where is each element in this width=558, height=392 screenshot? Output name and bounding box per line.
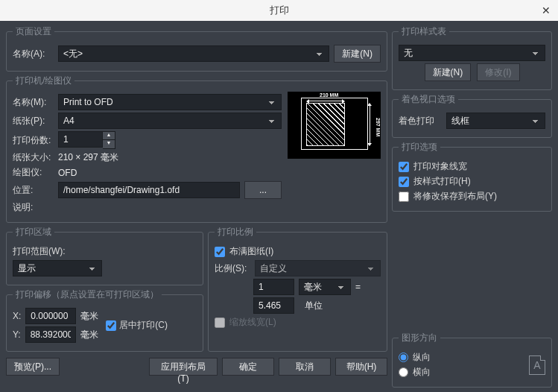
viewport-label: 着色打印 (399, 115, 434, 127)
opt-save-label: 将修改保存到布局(Y) (413, 190, 497, 203)
close-icon[interactable]: ✕ (542, 4, 551, 16)
viewport-legend: 着色视口选项 (399, 93, 458, 106)
landscape-radio[interactable] (399, 367, 408, 377)
options-legend: 打印选项 (399, 141, 440, 154)
portrait-label: 纵向 (413, 351, 431, 364)
orient-group: 图形方向 纵向 横向 A (392, 332, 552, 388)
print-area-group: 打印区域 打印范围(W): 显示 (6, 226, 203, 285)
fit-checkbox[interactable] (215, 247, 225, 257)
opt-lw-checkbox[interactable] (399, 162, 409, 172)
offset-group: 打印偏移（原点设置在可打印区域） X:毫米 Y:毫米 居中打印(C) (6, 288, 203, 352)
x-label: X: (13, 311, 21, 321)
ratio-label: 比例(S): (215, 262, 250, 275)
print-area-legend: 打印区域 (13, 226, 54, 238)
fit-label: 布满图纸(I) (229, 245, 273, 258)
viewport-select[interactable]: 线框 (446, 113, 545, 129)
printer-name-label: 名称(M): (13, 96, 54, 109)
style-legend: 打印样式表 (399, 25, 449, 38)
page-setup-group: 页面设置 名称(A): <无> 新建(N) (6, 25, 387, 72)
preview-width-label: 210 MM (320, 92, 338, 98)
scale-legend: 打印比例 (215, 226, 256, 238)
paper-label: 纸张(P): (13, 115, 54, 127)
style-modify-button: 修改(I) (477, 63, 519, 81)
style-group: 打印样式表 无 新建(N)修改(I) (392, 25, 552, 90)
style-select[interactable]: 无 (399, 45, 545, 61)
scale-lw-label: 缩放线宽(L) (229, 316, 276, 329)
location-input[interactable] (58, 182, 240, 198)
copies-input[interactable] (58, 131, 103, 148)
help-button[interactable]: 帮助(H) (335, 358, 387, 376)
plotter-value: OFD (58, 168, 77, 178)
scale-num2-input[interactable] (253, 297, 294, 314)
paper-preview: 210 MM 297 MM (288, 92, 381, 159)
desc-label: 说明: (13, 201, 54, 214)
opt-save-checkbox[interactable] (399, 192, 409, 202)
offset-legend: 打印偏移（原点设置在可打印区域） (13, 288, 162, 301)
printer-name-select[interactable]: Print to OFD (58, 94, 282, 110)
title-bar: 打印 ✕ (0, 0, 558, 21)
apply-button[interactable]: 应用到布局(T) (149, 358, 218, 376)
printer-group: 打印机/绘图仪 名称(M):Print to OFD 纸张(P):A4 打印份数… (6, 75, 387, 223)
paper-select[interactable]: A4 (58, 113, 282, 129)
scale-group: 打印比例 布满图纸(I) 比例(S):自定义 毫米= 单位 缩放线宽(L) (208, 226, 387, 352)
opt-style-label: 按样式打印(H) (413, 175, 471, 188)
plotter-label: 绘图仪: (13, 166, 54, 179)
opt-style-checkbox[interactable] (399, 177, 409, 187)
style-new-button[interactable]: 新建(N) (425, 63, 472, 81)
ratio-select: 自定义 (255, 260, 381, 276)
y-unit: 毫米 (80, 329, 98, 341)
browse-button[interactable]: ... (244, 181, 282, 199)
page-new-button[interactable]: 新建(N) (334, 45, 381, 63)
cancel-button[interactable]: 取消 (279, 358, 331, 376)
spin-up-icon[interactable]: ▲ (103, 132, 115, 140)
scale-unit1-select[interactable]: 毫米 (299, 279, 351, 295)
orient-legend: 图形方向 (399, 332, 440, 344)
center-checkbox-label[interactable]: 居中打印(C) (106, 319, 168, 332)
x-input[interactable] (25, 308, 76, 324)
dialog-title: 打印 (270, 4, 289, 17)
center-checkbox[interactable] (106, 320, 116, 331)
page-name-select[interactable]: <无> (58, 45, 329, 62)
range-select[interactable]: 显示 (13, 260, 102, 276)
printer-legend: 打印机/绘图仪 (13, 75, 74, 87)
ok-button[interactable]: 确定 (222, 358, 274, 376)
size-value: 210 × 297 毫米 (58, 151, 118, 164)
portrait-radio[interactable] (399, 353, 408, 362)
y-input[interactable] (25, 326, 76, 343)
copies-spinner[interactable]: ▲▼ (58, 131, 115, 149)
options-group: 打印选项 打印对象线宽 按样式打印(H) 将修改保存到布局(Y) (392, 141, 552, 212)
scale-lw-checkbox (215, 317, 225, 328)
page-setup-legend: 页面设置 (13, 25, 54, 38)
preview-height-label: 297 MM (375, 118, 381, 136)
spin-down-icon[interactable]: ▼ (103, 140, 115, 148)
scale-num1-input[interactable] (253, 279, 294, 295)
copies-label: 打印份数: (13, 134, 54, 147)
y-label: Y: (13, 329, 21, 340)
preview-button[interactable]: 预览(P)... (6, 358, 60, 376)
location-label: 位置: (13, 184, 54, 197)
orient-icon: A (529, 355, 545, 375)
range-label: 打印范围(W): (13, 245, 66, 258)
page-name-label: 名称(A): (13, 48, 54, 60)
scale-unit2-label: 单位 (305, 300, 323, 312)
landscape-label: 横向 (413, 366, 431, 379)
size-label: 纸张大小: (13, 151, 54, 164)
equals-label: = (355, 282, 361, 292)
opt-lw-label: 打印对象线宽 (413, 160, 467, 173)
x-unit: 毫米 (80, 310, 98, 323)
viewport-group: 着色视口选项 着色打印线框 (392, 93, 552, 138)
